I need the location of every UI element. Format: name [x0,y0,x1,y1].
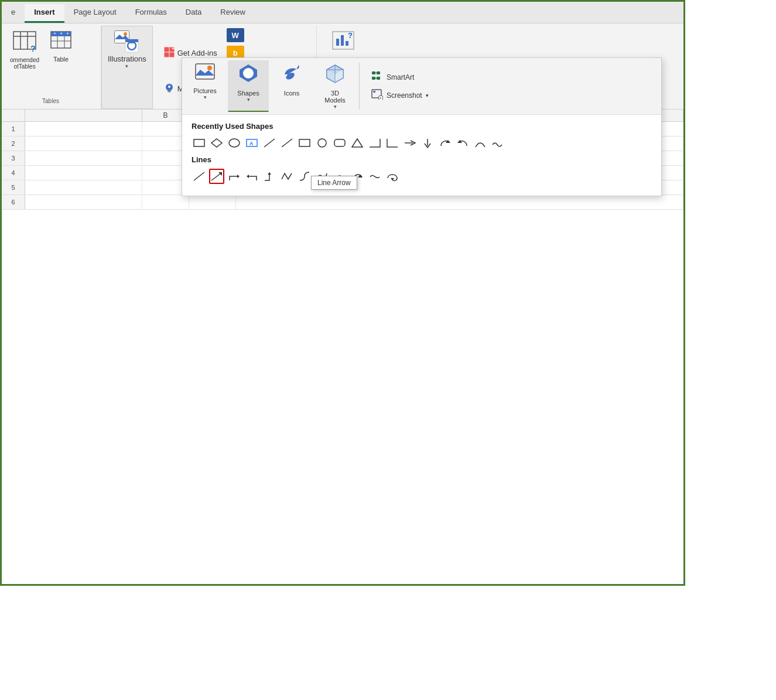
svg-point-35 [207,66,212,70]
pictures-icon [194,63,216,86]
line-arrow-tooltip: Line Arrow [311,176,357,190]
tab-e[interactable]: e [2,4,25,23]
shape-bent-line[interactable] [297,169,312,184]
illustrations-label: Illustrations [108,54,146,63]
shape-triangle[interactable] [350,135,365,151]
shape-textbox[interactable]: A [244,135,259,151]
pictures-arrow-icon: ▾ [204,94,207,100]
recently-used-title: Recently Used Shapes [192,122,652,131]
svg-rect-44 [372,71,375,74]
svg-text:A: A [249,141,254,146]
shape-corner2[interactable] [385,135,400,151]
smartart-button[interactable]: SmartArt [369,70,431,84]
pictures-label: Pictures [193,87,217,94]
svg-text:?: ? [30,44,36,53]
screenshot-button[interactable]: + Screenshot ▾ [369,88,431,103]
svg-marker-74 [391,178,394,180]
svg-marker-34 [196,70,214,76]
word-icon[interactable]: W [227,28,244,42]
toolbar-separator [359,63,360,110]
svg-line-60 [282,139,292,147]
shape-down-arrow[interactable] [420,135,435,151]
shape-zigzag[interactable] [279,169,295,184]
svg-rect-45 [377,71,380,74]
shape-rectangle[interactable] [192,135,207,151]
tab-data[interactable]: Data [176,4,211,23]
shape-loop[interactable] [385,169,400,184]
svg-text:+: + [380,96,382,100]
shape-line2[interactable] [279,135,295,151]
shape-corner1[interactable] [367,135,382,151]
svg-rect-29 [336,39,339,46]
recommended-pivottables-icon: ? [12,30,37,56]
shape-elbow-connector2[interactable] [244,169,259,184]
svg-marker-64 [352,139,363,147]
svg-rect-61 [299,139,310,146]
shape-elbow-arrow[interactable] [262,169,277,184]
tab-review[interactable]: Review [211,4,255,23]
shape-arc1[interactable] [473,135,488,151]
svg-point-16 [124,32,127,36]
shape-curved-arrow1[interactable] [437,135,453,151]
tab-formulas[interactable]: Formulas [126,4,176,23]
svg-point-56 [229,139,240,147]
get-addins-icon: + [163,46,175,60]
tooltip-text: Line Arrow [317,179,351,187]
shape-circle[interactable] [314,135,330,151]
get-addins-label: Get Add-ins [177,49,217,57]
shape-curved-connector2[interactable] [367,169,382,184]
3d-models-button[interactable]: 3DModels ▾ [314,60,355,112]
recommended-charts-icon: ? [331,30,355,57]
svg-text:+: + [172,46,175,52]
svg-marker-70 [237,175,240,178]
shape-line[interactable] [262,135,277,151]
svg-marker-55 [211,139,222,147]
3d-models-arrow-icon: ▾ [334,104,337,110]
svg-line-67 [194,172,204,180]
tables-group-label: Tables [6,98,95,107]
table-label: Table [53,56,69,63]
svg-point-62 [318,139,326,147]
icons-button[interactable]: Icons [271,60,312,112]
col-header-empty [25,110,142,121]
recommended-pivottables-button[interactable]: ? ommendedotTables [6,28,43,72]
shapes-label: Shapes [237,90,259,97]
right-buttons: SmartArt + Screenshot ▾ [363,60,431,112]
shapes-icon [238,63,259,88]
svg-marker-72 [268,172,271,175]
shape-plain-line[interactable] [192,169,207,184]
shapes-button[interactable]: Shapes ▾ [228,60,269,112]
3d-models-icon [324,63,346,88]
svg-rect-23 [165,53,169,57]
shape-rounded-rect[interactable] [332,135,347,151]
smartart-icon [371,71,383,83]
tab-insert[interactable]: Insert [25,4,64,23]
tables-inner: ? ommendedotTables [6,28,95,72]
table-icon [50,30,72,54]
svg-point-26 [167,91,171,93]
svg-rect-24 [170,53,174,57]
shape-right-arrow[interactable] [402,135,418,151]
svg-rect-33 [196,64,214,79]
screenshot-label: Screenshot [387,91,422,100]
shape-diamond[interactable] [209,135,224,151]
pictures-button[interactable]: Pictures ▾ [184,60,225,112]
shape-wave[interactable] [490,135,505,151]
tab-page-layout[interactable]: Page Layout [64,4,126,23]
illustrations-group[interactable]: Illustrations ▾ [101,26,153,109]
table-button[interactable]: Table [46,28,76,66]
lines-title: Lines [192,155,652,164]
shape-curved-arrow2[interactable] [455,135,470,151]
illustrations-arrow-icon: ▾ [125,63,128,69]
svg-rect-20 [125,39,138,42]
shape-elbow-connector[interactable] [227,169,242,184]
shape-line-arrow[interactable] [209,169,224,184]
icons-label: Icons [284,90,299,97]
shape-rect2[interactable] [297,135,312,151]
recommended-pivottables-label: ommendedotTables [10,57,39,70]
tables-group: ? ommendedotTables [2,26,101,109]
svg-rect-51 [373,91,375,93]
shape-oval[interactable] [227,135,242,151]
screenshot-arrow-icon: ▾ [426,93,429,98]
illustrations-icon [112,29,142,54]
